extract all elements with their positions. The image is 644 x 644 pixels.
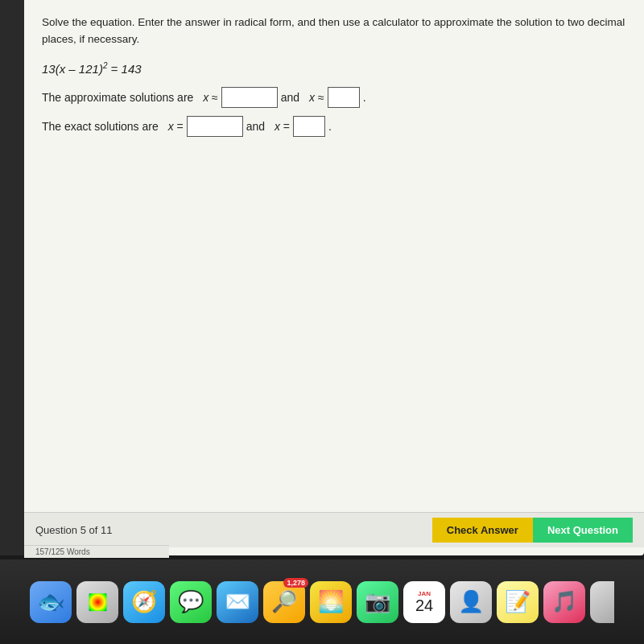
- equation-display: 13(x – 121)2 = 143: [42, 61, 626, 76]
- mail-icon: ✉️: [225, 589, 250, 614]
- macos-dock: 🐟 ⬛ 🧭 💬 ✉️ 🔎 1,278 🌅 📷 JAN 24 👤 📝: [0, 559, 644, 644]
- left-edge: [0, 0, 24, 555]
- photos-icon: 🌅: [318, 589, 344, 614]
- dock-launchpad[interactable]: ⬛: [76, 581, 118, 623]
- dock-messages[interactable]: 💬: [170, 581, 212, 623]
- dock-mail[interactable]: ✉️: [217, 581, 258, 623]
- dock-item-partial[interactable]: [590, 581, 614, 623]
- exact-and: and: [246, 120, 265, 133]
- notes-icon: 📝: [505, 589, 530, 614]
- dock-notes[interactable]: 📝: [497, 581, 539, 623]
- dock-photos[interactable]: 🌅: [310, 581, 352, 623]
- calendar-display: JAN 24: [415, 590, 433, 613]
- messages-icon: 💬: [178, 589, 204, 614]
- check-answer-button[interactable]: Check Answer: [432, 518, 533, 543]
- dock-calendar[interactable]: JAN 24: [403, 581, 445, 623]
- exact-x1-label: x =: [168, 120, 184, 133]
- instruction-text: Solve the equation. Enter the answer in …: [42, 14, 626, 48]
- approx-prefix: The approximate solutions are: [42, 91, 193, 104]
- safari-icon: 🧭: [131, 589, 157, 614]
- approx-x1-input[interactable]: [221, 87, 278, 108]
- bottom-bar: Question 5 of 11 Check Answer Next Quest…: [24, 512, 644, 547]
- approx-and: and: [281, 91, 299, 104]
- exact-period: .: [328, 120, 332, 133]
- launchpad-icon: ⬛: [88, 592, 108, 612]
- music-icon: 🎵: [551, 589, 577, 614]
- paper-content: Solve the equation. Enter the answer in …: [24, 0, 644, 555]
- dock-facetime[interactable]: 📷: [357, 581, 398, 623]
- exact-x2-input[interactable]: [293, 116, 325, 137]
- exact-x1-input[interactable]: [187, 116, 243, 137]
- dock-safari[interactable]: 🧭: [123, 581, 165, 623]
- approx-period: .: [363, 91, 366, 104]
- action-buttons: Check Answer Next Question: [432, 518, 633, 543]
- app-badge-icon: 🔎: [271, 589, 297, 614]
- question-counter: Question 5 of 11: [35, 524, 112, 536]
- dock-app-badge[interactable]: 🔎 1,278: [263, 581, 305, 623]
- calendar-day: 24: [415, 597, 433, 613]
- word-count: 157/125 Words: [24, 545, 169, 558]
- dock-contacts[interactable]: 👤: [450, 581, 492, 623]
- contacts-icon: 👤: [458, 589, 484, 614]
- approx-x2-label: x ≈: [309, 91, 324, 104]
- approximate-solutions-line: The approximate solutions are x ≈ and x …: [42, 87, 626, 108]
- next-question-button[interactable]: Next Question: [533, 518, 633, 543]
- facetime-icon: 📷: [365, 589, 390, 614]
- finder-icon: 🐟: [37, 588, 65, 615]
- approx-x2-input[interactable]: [328, 87, 360, 108]
- exact-prefix: The exact solutions are: [42, 120, 159, 133]
- dock-music[interactable]: 🎵: [543, 581, 585, 623]
- approx-x1-label: x ≈: [203, 91, 218, 104]
- dock-finder[interactable]: 🐟: [30, 581, 72, 623]
- exact-x2-label: x =: [275, 120, 290, 133]
- exact-solutions-line: The exact solutions are x = and x = .: [42, 116, 626, 137]
- notification-badge: 1,278: [283, 578, 308, 588]
